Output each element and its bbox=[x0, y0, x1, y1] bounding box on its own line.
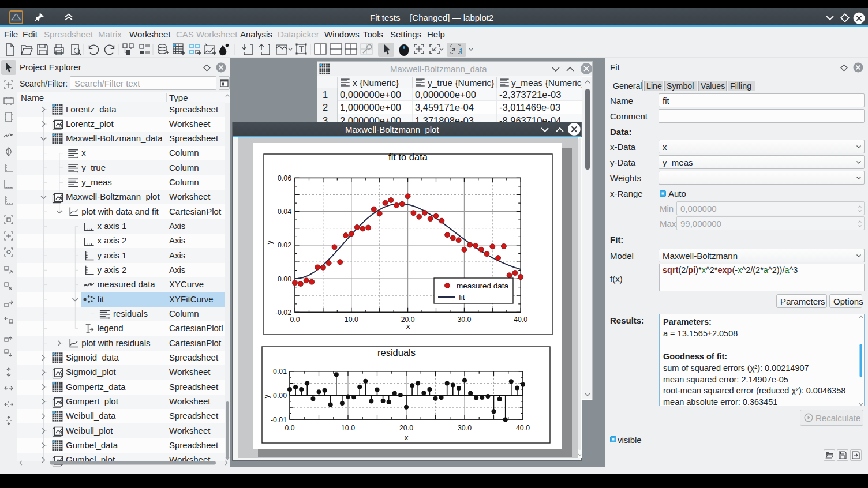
svg-text:40.0: 40.0 bbox=[514, 316, 527, 324]
svg-text:0.06: 0.06 bbox=[278, 174, 291, 182]
svg-text:y: y bbox=[265, 240, 274, 244]
svg-text:10.0: 10.0 bbox=[345, 316, 358, 324]
svg-text:0.04: 0.04 bbox=[278, 208, 291, 216]
svg-text:30.0: 30.0 bbox=[458, 424, 472, 432]
svg-text:residuals: residuals bbox=[377, 347, 416, 358]
svg-text:fit: fit bbox=[459, 293, 465, 302]
svg-text:40.0: 40.0 bbox=[516, 424, 530, 432]
svg-text:measured data: measured data bbox=[457, 281, 509, 290]
svg-text:x: x bbox=[405, 433, 409, 442]
svg-text:0.01: 0.01 bbox=[273, 367, 287, 376]
svg-text:0.02: 0.02 bbox=[278, 241, 291, 249]
svg-text:x: x bbox=[406, 322, 410, 331]
svg-text:-0.01: -0.01 bbox=[271, 416, 287, 424]
svg-text:10.0: 10.0 bbox=[341, 424, 355, 432]
svg-text:0.00: 0.00 bbox=[278, 275, 291, 283]
svg-text:1: 1 bbox=[459, 47, 463, 56]
svg-text:0.00: 0.00 bbox=[273, 392, 287, 400]
svg-text:20.0: 20.0 bbox=[399, 424, 413, 432]
svg-text:30.0: 30.0 bbox=[457, 316, 471, 324]
svg-text:-0.02: -0.02 bbox=[275, 309, 291, 317]
svg-text:0.0: 0.0 bbox=[290, 316, 300, 324]
svg-text:y: y bbox=[262, 394, 271, 398]
svg-text:0.0: 0.0 bbox=[285, 424, 294, 432]
svg-text:fit to data: fit to data bbox=[388, 152, 428, 162]
